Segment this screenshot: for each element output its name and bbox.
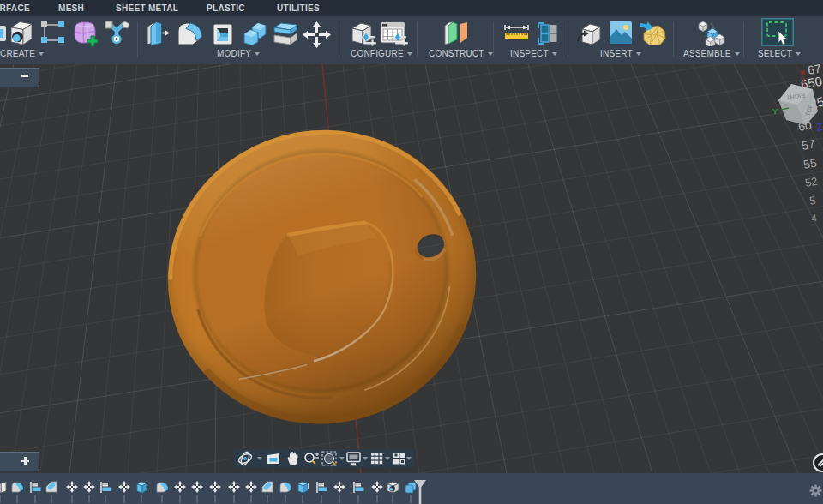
svg-text:52: 52 xyxy=(804,175,819,189)
svg-text:55: 55 xyxy=(802,155,818,171)
svg-text:5: 5 xyxy=(808,194,817,207)
svg-text:57: 57 xyxy=(801,136,816,152)
svg-text:Y: Y xyxy=(772,106,778,116)
svg-text:4: 4 xyxy=(810,212,818,225)
svg-text:Z: Z xyxy=(815,121,823,134)
svg-text:X: X xyxy=(800,68,806,77)
